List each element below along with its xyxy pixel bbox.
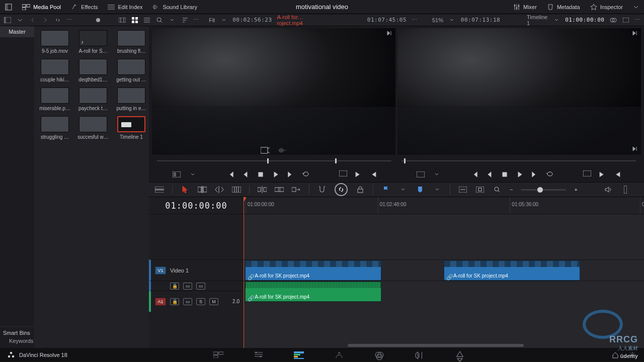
page-cut-icon[interactable] (254, 351, 264, 359)
match-frame-icon[interactable] (339, 170, 347, 178)
ws-media-pool[interactable]: Media Pool (22, 4, 61, 10)
media-clip[interactable]: 9-5 job.mov (38, 30, 71, 54)
replace-icon[interactable] (292, 185, 301, 194)
page-edit-icon[interactable] (294, 351, 304, 359)
media-clip[interactable]: Timeline 1 (115, 116, 148, 140)
bin-master[interactable]: Master (0, 26, 34, 37)
chevron-down-icon[interactable] (188, 170, 197, 179)
timeline-clip-video[interactable]: 🔗A-roll for SK project.mp4 (444, 260, 580, 281)
timeline-view-icon[interactable] (155, 185, 164, 194)
media-clip[interactable]: brushing fl… (115, 30, 148, 54)
track-tag-a1[interactable]: A1 (155, 298, 166, 306)
media-clip[interactable]: struggling … (38, 116, 71, 140)
src-fit[interactable]: Fit (209, 17, 215, 23)
page-color-icon[interactable] (374, 351, 384, 359)
expand-icon[interactable] (633, 4, 639, 11)
chevron-down-icon[interactable] (169, 16, 176, 25)
ws-effects[interactable]: Effects (71, 4, 98, 11)
chevron-down-icon[interactable] (433, 185, 442, 194)
timeline-viewer[interactable] (397, 28, 641, 155)
solo-icon[interactable]: S (196, 298, 205, 305)
auto-select-icon[interactable]: ▭ (183, 298, 192, 305)
go-first-icon[interactable] (470, 170, 478, 178)
chevron-down-icon[interactable] (220, 16, 227, 25)
disable-video-icon[interactable]: ▭ (196, 283, 205, 290)
more-icon[interactable]: ⋯ (634, 17, 640, 23)
track-header-v1[interactable]: V1 Video 1 (149, 259, 244, 281)
flag-icon[interactable] (381, 185, 390, 194)
src-mode-icon[interactable] (172, 170, 181, 179)
zoom-minus[interactable]: − (510, 187, 513, 193)
next-clip-icon[interactable] (386, 30, 395, 38)
layout-icon[interactable] (5, 4, 12, 11)
sidebar-toggle-icon[interactable] (4, 16, 12, 25)
ws-edit-index[interactable]: Edit Index (108, 4, 142, 10)
in-icon[interactable] (598, 170, 606, 178)
zoom-full-icon[interactable] (458, 185, 467, 194)
timeline-clip-video[interactable]: 🔗A-roll for SK project.mp4 (245, 260, 381, 281)
out-icon[interactable] (369, 170, 377, 178)
lock-icon[interactable] (356, 185, 365, 194)
page-fusion-icon[interactable] (334, 351, 344, 359)
go-last-icon[interactable] (287, 170, 295, 178)
chevron-down-icon[interactable] (17, 16, 24, 25)
zoom-custom-icon[interactable] (493, 185, 502, 194)
page-media-icon[interactable] (213, 351, 223, 359)
media-clip[interactable]: paycheck t… (76, 87, 110, 111)
media-clip[interactable]: succesful w… (76, 116, 110, 140)
tl-mode-icon[interactable] (416, 170, 425, 179)
in-icon[interactable] (354, 170, 362, 178)
marker-icon[interactable] (416, 185, 425, 194)
selection-tool-icon[interactable] (181, 185, 190, 194)
track-tag-v1[interactable]: V1 (155, 266, 166, 275)
chevron-down-icon[interactable] (552, 16, 560, 25)
lock-icon[interactable]: 🔒 (170, 298, 179, 305)
ws-inspector[interactable]: Inspector (590, 4, 623, 11)
snap-icon[interactable] (317, 185, 327, 194)
nav-fwd-icon[interactable] (41, 16, 49, 25)
go-last-icon[interactable] (531, 170, 539, 178)
media-clip[interactable]: couple hiki… (38, 59, 71, 82)
track-header-v1b[interactable]: 🔒 ▭ ▭ (149, 281, 244, 291)
record-icon[interactable] (95, 16, 102, 25)
overwrite-icon[interactable] (275, 185, 284, 194)
ws-metadata[interactable]: Metadata (547, 4, 580, 11)
mute-icon[interactable]: M (209, 298, 218, 305)
view-strip-icon[interactable] (118, 16, 126, 25)
timeline-scrollbar[interactable] (348, 344, 524, 347)
nav-back-icon[interactable] (29, 16, 37, 25)
linked-selection-icon[interactable] (335, 183, 348, 196)
timeline-jog[interactable] (401, 160, 636, 161)
media-clip[interactable]: deqthbed1… (76, 59, 110, 82)
video-only-icon[interactable] (261, 146, 270, 155)
bypass-color-icon[interactable] (609, 16, 617, 25)
match-frame-icon[interactable] (583, 170, 591, 178)
ws-sound-library[interactable]: Sound Library (152, 4, 197, 11)
source-jog[interactable] (157, 160, 391, 161)
next-clip-icon[interactable] (632, 30, 641, 38)
loop-icon[interactable] (302, 170, 310, 178)
more-icon[interactable]: ⋯ (66, 17, 72, 23)
lock-icon[interactable]: 🔒 (170, 283, 179, 290)
meter-icon[interactable] (621, 185, 630, 194)
single-viewer-icon[interactable] (622, 16, 629, 25)
home-icon[interactable] (611, 350, 620, 359)
chevron-down-icon[interactable] (432, 170, 441, 179)
ws-mixer[interactable]: Mixer (513, 4, 537, 11)
mute-icon[interactable] (604, 185, 613, 194)
page-deliver-icon[interactable] (455, 351, 465, 359)
more-icon[interactable]: ⋯ (412, 17, 417, 23)
loop-icon[interactable] (546, 170, 554, 178)
more-icon[interactable]: ⋯ (193, 17, 199, 23)
source-viewer[interactable] (152, 28, 395, 155)
sort-icon[interactable] (181, 16, 188, 25)
step-back-icon[interactable] (486, 170, 494, 178)
smart-bin-keywords[interactable]: Keywords (3, 336, 31, 346)
media-clip[interactable]: ♪A-roll for S… (76, 30, 110, 54)
media-clip[interactable]: miserable.p… (38, 87, 71, 111)
play-icon[interactable] (272, 170, 280, 178)
stop-icon[interactable] (501, 170, 509, 178)
zoom-detail-icon[interactable] (475, 185, 485, 194)
go-first-icon[interactable] (226, 170, 234, 178)
link-icon[interactable] (54, 16, 61, 25)
